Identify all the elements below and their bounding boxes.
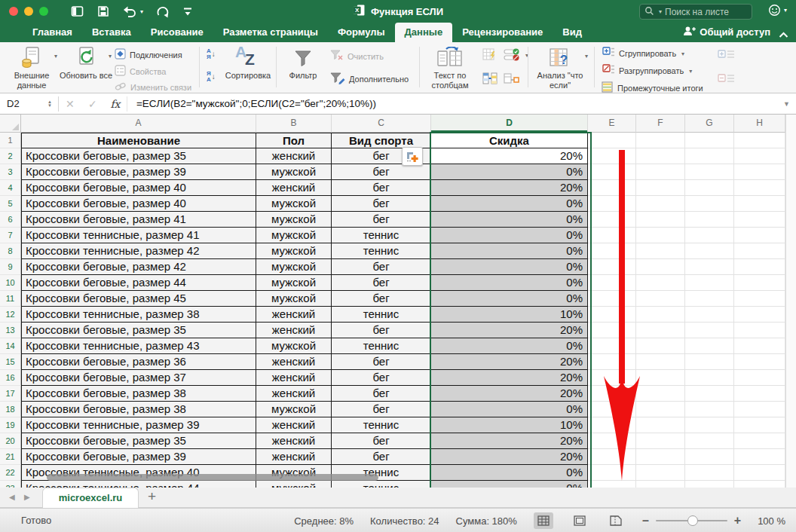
row-header-7[interactable]: 7 — [0, 228, 21, 243]
cell-A11[interactable]: Кроссовки беговые, размер 45 — [21, 291, 256, 307]
cell-H18[interactable] — [734, 402, 785, 417]
cell-C16[interactable]: бег — [332, 370, 431, 386]
name-box-stepper[interactable]: ▲▼ — [47, 100, 52, 108]
cell-E22[interactable] — [588, 465, 636, 481]
cell-G20[interactable] — [685, 433, 734, 449]
cell-B11[interactable]: мужской — [256, 291, 332, 307]
cell-E10[interactable] — [588, 275, 636, 291]
name-box[interactable]: D2 — [0, 98, 47, 109]
tab-вставка[interactable]: Вставка — [82, 23, 141, 42]
cell-E2[interactable] — [588, 148, 636, 164]
cell-F23[interactable] — [636, 481, 685, 488]
sort-descending-button[interactable]: ЯА↓ — [207, 71, 216, 83]
row-header-18[interactable]: 18 — [0, 402, 21, 417]
cell-G10[interactable] — [685, 275, 734, 291]
row-header-10[interactable]: 10 — [0, 275, 21, 291]
cell-F20[interactable] — [636, 433, 685, 449]
cell-A1[interactable]: Наименование — [21, 133, 256, 148]
cell-H11[interactable] — [734, 291, 785, 307]
what-if-dropdown-icon[interactable]: ▾ — [585, 53, 588, 60]
cell-H13[interactable] — [734, 323, 785, 338]
cell-E9[interactable] — [588, 259, 636, 275]
cell-A9[interactable]: Кроссовки беговые, размер 42 — [21, 259, 256, 275]
zoom-in-button[interactable]: + — [734, 514, 741, 527]
cell-F1[interactable] — [636, 133, 685, 148]
cell-F7[interactable] — [636, 228, 685, 243]
tab-рисование[interactable]: Рисование — [141, 23, 213, 42]
cell-G5[interactable] — [685, 196, 734, 212]
tab-разметка-страницы[interactable]: Разметка страницы — [213, 23, 328, 42]
redo-button[interactable] — [156, 5, 170, 18]
collapse-ribbon-chevron[interactable] — [779, 28, 788, 41]
cell-B23[interactable]: мужской — [256, 481, 332, 488]
row-header-3[interactable]: 3 — [0, 164, 21, 180]
vertical-scrollbar[interactable] — [785, 115, 796, 488]
filter-button[interactable]: Фильтр — [282, 45, 324, 81]
cell-C10[interactable]: бег — [332, 275, 431, 291]
cell-A17[interactable]: Кроссовки беговые, размер 38 — [21, 386, 256, 402]
cell-C8[interactable]: теннис — [332, 243, 431, 259]
cell-C3[interactable]: бег — [332, 164, 431, 180]
consolidate-button[interactable] — [482, 72, 499, 86]
tab-рецензирование[interactable]: Рецензирование — [452, 23, 553, 42]
cell-C15[interactable]: бег — [332, 354, 431, 370]
cell-B7[interactable]: мужской — [256, 228, 332, 243]
undo-dropdown-icon[interactable]: ▾ — [140, 8, 143, 15]
cell-B5[interactable]: мужской — [256, 196, 332, 212]
relationships-button[interactable] — [504, 72, 520, 84]
cell-A5[interactable]: Кроссовки беговые, размер 40 — [21, 196, 256, 212]
cell-F17[interactable] — [636, 386, 685, 402]
row-header-4[interactable]: 4 — [0, 180, 21, 196]
zoom-slider[interactable] — [656, 520, 727, 521]
feedback-dropdown-icon[interactable]: ▾ — [784, 7, 787, 14]
cell-H2[interactable] — [734, 148, 785, 164]
cell-A14[interactable]: Кроссовки теннисные, размер 43 — [21, 338, 256, 354]
cell-G22[interactable] — [685, 465, 734, 481]
cell-F3[interactable] — [636, 164, 685, 180]
cell-G14[interactable] — [685, 338, 734, 354]
cell-A6[interactable]: Кроссовки беговые, размер 41 — [21, 212, 256, 228]
cell-A19[interactable]: Кроссовки теннисные, размер 39 — [21, 417, 256, 433]
row-header-8[interactable]: 8 — [0, 243, 21, 259]
cell-H1[interactable] — [734, 133, 785, 148]
sort-ascending-button[interactable]: АЯ↓ — [207, 48, 216, 60]
cell-D23[interactable]: 0% — [431, 481, 588, 488]
cell-B17[interactable]: женский — [256, 386, 332, 402]
cell-B9[interactable]: мужской — [256, 259, 332, 275]
row-header-9[interactable]: 9 — [0, 259, 21, 275]
cell-H12[interactable] — [734, 307, 785, 323]
cell-C7[interactable]: теннис — [332, 228, 431, 243]
cell-A23[interactable]: Кроссовки теннисные, размер 44 — [21, 481, 256, 488]
cell-B19[interactable]: женский — [256, 417, 332, 433]
cell-F19[interactable] — [636, 417, 685, 433]
cell-H17[interactable] — [734, 386, 785, 402]
cell-D20[interactable]: 20% — [431, 433, 588, 449]
cell-B15[interactable]: женский — [256, 354, 332, 370]
row-header-2[interactable]: 2 — [0, 148, 21, 164]
cell-E1[interactable] — [588, 133, 636, 148]
undo-button[interactable]: ▾ — [122, 5, 143, 17]
cell-G12[interactable] — [685, 307, 734, 323]
cell-B10[interactable]: мужской — [256, 275, 332, 291]
cell-D13[interactable]: 20% — [431, 323, 588, 338]
refresh-all-button[interactable]: Обновить все ▾ — [59, 45, 113, 81]
cell-G3[interactable] — [685, 164, 734, 180]
cell-E23[interactable] — [588, 481, 636, 488]
qat-options-icon[interactable] — [182, 6, 193, 17]
cell-B4[interactable]: женский — [256, 180, 332, 196]
cell-H3[interactable] — [734, 164, 785, 180]
row-header-5[interactable]: 5 — [0, 196, 21, 212]
cell-D12[interactable]: 10% — [431, 307, 588, 323]
cell-E12[interactable] — [588, 307, 636, 323]
cell-G16[interactable] — [685, 370, 734, 386]
connections-button[interactable]: Подключения — [115, 48, 182, 61]
row-header-11[interactable]: 11 — [0, 291, 21, 307]
cell-E14[interactable] — [588, 338, 636, 354]
column-header-D[interactable]: D — [431, 115, 588, 133]
cell-H9[interactable] — [734, 259, 785, 275]
cell-E5[interactable] — [588, 196, 636, 212]
search-input[interactable]: ▾ Поиск на листе — [639, 4, 752, 20]
cell-H21[interactable] — [734, 449, 785, 465]
cell-H14[interactable] — [734, 338, 785, 354]
select-all-corner[interactable] — [0, 115, 21, 133]
